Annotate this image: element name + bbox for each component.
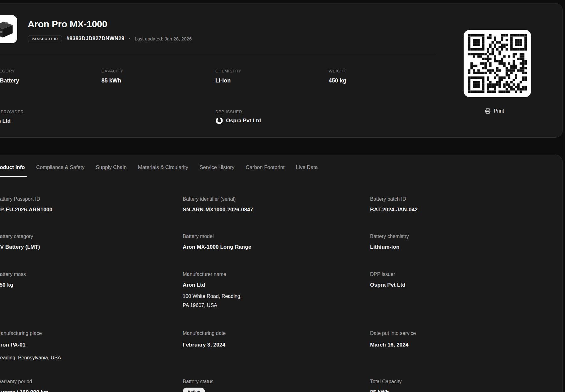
field-label-battery-batch-id: Battery batch ID (370, 196, 406, 202)
field-label-manufacturing-place: Manufacturing place (0, 331, 42, 336)
field-value-battery-passport-id: DPP-EU-2026-ARN1000 (0, 207, 52, 213)
stat-value-weight: 450 kg (329, 77, 346, 84)
battery-image-icon (0, 17, 15, 41)
field-label-battery-passport-id: Battery Passport ID (0, 196, 40, 202)
manufacturing-place-line2: Reading, Pennsylvania, USA (0, 353, 61, 362)
field-value-battery-mass: 450 kg (0, 282, 13, 288)
stat-label-category: CATEGORY (0, 69, 15, 73)
dot-separator: • (129, 36, 131, 41)
field-label-battery-chemistry: Battery chemistry (370, 234, 409, 239)
field-label-total-capacity: Total Capacity (370, 379, 402, 384)
field-value-warranty-period: 8 years / 160,000 km (0, 389, 49, 392)
field-value-date-put-into-service: March 16, 2024 (370, 342, 408, 348)
content-card (0, 155, 563, 392)
print-label: Print (494, 108, 504, 114)
field-value-manufacturing-date: February 3, 2024 (183, 342, 225, 348)
field-label-date-put-into-service: Date put into service (370, 331, 416, 336)
page-title: Aron Pro MX-1000 (28, 19, 107, 29)
product-thumbnail (0, 15, 17, 43)
battery-status-badge: Active (183, 388, 205, 392)
field-label-manufacturing-date: Manufacturing date (183, 331, 226, 336)
tab-live-data[interactable]: Live Data (296, 164, 318, 171)
passport-id-badge: PASSPORT ID (28, 35, 62, 42)
stat-value-chemistry: Li-ion (215, 77, 231, 84)
manufacturer-address-line2: PA 19607, USA (183, 301, 242, 310)
qr-code (464, 30, 531, 97)
field-value-dpp-issuer: Ospra Pvt Ltd (370, 282, 406, 288)
printer-icon (485, 108, 491, 114)
field-label-dpp-issuer: DPP issuer (370, 272, 395, 277)
last-updated: Last updated: Jan 28, 2026 (135, 36, 192, 41)
field-label-manufacturer-name: Manufacturer name (183, 272, 226, 277)
field-label-battery-status: Battery status (183, 379, 213, 384)
field-value-battery-chemistry: Lithium-ion (370, 244, 400, 250)
provider-label: DATA PROVIDER (0, 109, 24, 114)
stat-value-category: EV Battery (0, 77, 19, 84)
manufacturer-address-line1: 100 White Road, Reading, (183, 292, 242, 301)
tab-compliance-safety[interactable]: Compliance & Safety (36, 164, 84, 171)
manufacturer-address: 100 White Road, Reading, PA 19607, USA (183, 292, 242, 310)
stat-label-weight: WEIGHT (329, 69, 346, 73)
dpp-page: { "header": { "product_name": "Aron Pro … (0, 0, 565, 392)
tab-service-history[interactable]: Service History (200, 164, 234, 171)
issuer-logo-icon (215, 117, 223, 124)
field-value-battery-category: EV Battery (LMT) (0, 244, 40, 250)
field-value-total-capacity: 85 kWh (370, 389, 389, 392)
field-label-warranty-period: Warranty period (0, 379, 32, 384)
field-label-battery-model: Battery model (183, 234, 214, 239)
tab-materials-circularity[interactable]: Materials & Circularity (138, 164, 188, 171)
field-label-battery-identifier: Battery identifier (serial) (183, 196, 236, 202)
dpp-issuer-value: Ospra Pvt Ltd (226, 118, 261, 124)
header-divider (0, 55, 435, 55)
tab-bar: Product Info Compliance & Safety Supply … (0, 164, 318, 171)
tab-carbon-footprint[interactable]: Carbon Footprint (246, 164, 285, 171)
stat-label-capacity: CAPACITY (101, 69, 123, 73)
tab-product-info[interactable]: Product Info (0, 164, 25, 171)
field-label-battery-category: Battery category (0, 234, 33, 239)
field-label-battery-mass: Battery mass (0, 272, 26, 277)
stat-value-capacity: 85 kWh (101, 77, 121, 84)
stat-label-chemistry: CHEMISTRY (215, 69, 241, 73)
field-value-manufacturing-place: Aron PA-01 (0, 342, 25, 348)
field-value-battery-model: Aron MX-1000 Long Range (183, 244, 251, 250)
print-button[interactable]: Print (485, 108, 504, 114)
dpp-issuer-value-row: Ospra Pvt Ltd (215, 117, 261, 124)
passport-id-value: #8383DJD827DNWN29 (67, 35, 125, 42)
passport-row: PASSPORT ID #8383DJD827DNWN29 • Last upd… (28, 34, 192, 43)
dpp-issuer-label: DPP ISSUER (215, 109, 242, 114)
field-value-battery-batch-id: BAT-2024-JAN-042 (370, 207, 418, 213)
field-value-manufacturer-name: Aron Ltd (183, 282, 205, 288)
tab-supply-chain[interactable]: Supply Chain (96, 164, 126, 171)
provider-value: Aron Ltd (0, 118, 11, 124)
field-value-battery-identifier: SN-ARN-MX1000-2026-0847 (183, 207, 253, 213)
